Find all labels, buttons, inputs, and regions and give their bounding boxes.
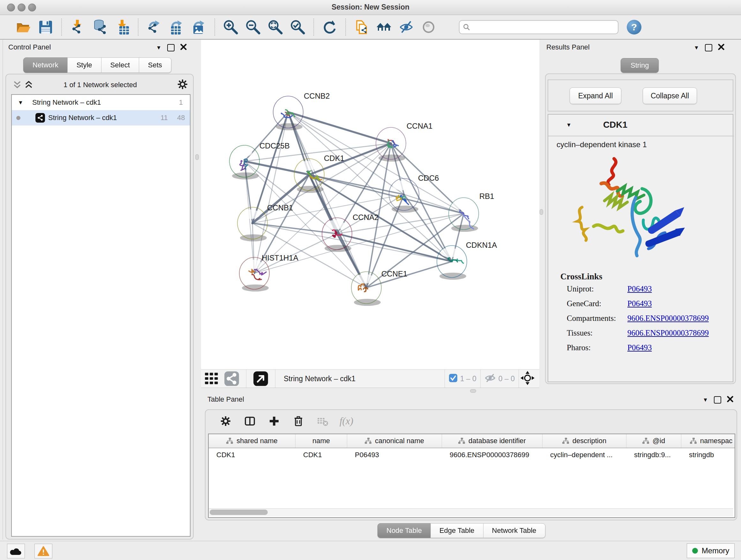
column-header-shared-name[interactable]: shared name [209,434,295,448]
network-options-gear-icon[interactable] [177,79,188,91]
node-table[interactable]: shared namenamecanonical namedatabase id… [208,434,735,518]
export-network-icon[interactable] [145,18,163,36]
tab-node-table[interactable]: Node Table [378,523,431,538]
crosslink-link[interactable]: 9606.ENSP00000378699 [627,314,709,323]
column-header-database-identifier[interactable]: database identifier [442,434,542,448]
network-list: ▼ String Network – cdk1 1 String Network… [11,94,191,537]
zoom-out-icon[interactable] [244,18,262,36]
close-panel-icon[interactable] [180,44,187,51]
memory-button[interactable]: Memory [687,543,735,558]
column-header-namespac[interactable]: namespac [681,434,735,448]
close-results-icon[interactable] [718,44,724,51]
network-row[interactable]: String Network – cdk1 11 48 [12,110,190,125]
table-cell[interactable]: P06493 [347,448,442,462]
table-row[interactable]: CDK1CDK1P064939606.ENSP00000378699cyclin… [209,448,735,462]
node-CDKN1A[interactable] [437,246,467,280]
node-CCNA2[interactable] [322,218,352,252]
hide-selected-icon[interactable] [397,18,415,36]
column-tree-icon [562,438,569,444]
share-view-icon[interactable] [223,370,240,388]
column-header-@id[interactable]: @id [626,434,681,448]
collection-expand-icon[interactable]: ▼ [18,100,23,105]
help-icon[interactable]: ? [627,20,642,35]
close-table-icon[interactable] [727,396,733,403]
horizontal-splitter-handle[interactable] [470,389,476,393]
selected-checkbox-icon[interactable] [449,374,458,384]
warning-button[interactable] [35,544,52,558]
hidden-eye-icon[interactable] [484,373,496,384]
collapse-all-button[interactable]: Collapse All [643,87,697,104]
tab-string[interactable]: String [621,58,659,73]
node-RB1[interactable] [449,198,479,232]
float-results-icon[interactable] [705,44,712,51]
table-box-container: f(x) shared namenamecanonical namedataba… [205,409,737,520]
column-header-canonical-name[interactable]: canonical name [347,434,442,448]
open-session-icon[interactable] [14,18,32,36]
table-cell[interactable]: 9606.ENSP00000378699 [442,448,542,462]
crosslink-link[interactable]: P06493 [627,299,652,308]
left-splitter-handle[interactable] [195,154,199,160]
tab-edge-table[interactable]: Edge Table [430,523,483,538]
import-table-icon[interactable] [113,18,131,36]
export-image-icon[interactable] [190,18,208,36]
save-session-icon[interactable] [37,18,55,36]
string-network-graph[interactable]: CCNB2CCNA1CDC25BCDK1CDC6RB1CCNB1CCNA2CDK… [201,40,539,369]
collapse-panel-icon[interactable]: ▼ [156,45,161,51]
memory-status-dot [692,548,698,554]
show-columns-icon[interactable] [243,414,257,428]
float-table-icon[interactable] [714,396,721,403]
node-gloss [233,147,252,157]
export-view-icon[interactable] [253,370,269,388]
add-column-icon[interactable] [267,414,281,428]
tab-sets[interactable]: Sets [139,57,172,73]
refresh-network-icon[interactable] [321,18,339,36]
node-HIST1H1A[interactable] [239,257,269,292]
node-gloss [243,260,262,269]
search-input[interactable] [473,23,615,32]
network-view-canvas[interactable]: CCNB2CCNA1CDC25BCDK1CDC6RB1CCNB1CCNA2CDK… [201,40,539,369]
crosslink-link[interactable]: P06493 [627,285,652,294]
show-all-icon[interactable] [420,18,437,36]
crosslink-link[interactable]: 9606.ENSP00000378699 [627,328,709,337]
table-cell[interactable]: stringdb [681,448,735,462]
collapse-table-icon[interactable]: ▼ [703,397,708,402]
table-cell[interactable]: cyclin–dependent ... [542,448,626,462]
column-header-name[interactable]: name [295,434,347,448]
table-horizontal-scrollbar[interactable] [209,508,733,516]
birdseye-grid-icon[interactable] [204,370,219,388]
tab-network[interactable]: Network [23,57,68,73]
table-cell[interactable]: CDK1 [209,448,295,462]
search-box[interactable] [459,20,618,34]
node-CDC25B[interactable] [229,145,259,179]
node-CCNB2[interactable] [273,96,303,130]
network-collection-row[interactable]: ▼ String Network – cdk1 1 [12,95,190,110]
float-panel-icon[interactable] [167,44,175,51]
collapse-results-icon[interactable]: ▼ [694,45,699,51]
cloud-button[interactable] [7,544,25,558]
table-scrollbar-thumb[interactable] [210,509,268,515]
zoom-selected-icon[interactable] [289,18,307,36]
node-CCNE1[interactable] [351,272,381,306]
expand-all-button[interactable]: Expand All [569,87,621,104]
table-settings-icon[interactable] [218,414,233,428]
table-cell[interactable]: stringdb:9... [626,448,681,462]
import-network-database-icon[interactable] [91,18,109,36]
tab-network-table[interactable]: Network Table [483,523,545,538]
crosslink-link[interactable]: P06493 [627,343,652,352]
tab-style[interactable]: Style [67,57,102,73]
import-network-icon[interactable] [69,18,86,36]
column-tree-icon [226,438,233,444]
first-neighbors-icon[interactable] [375,18,393,36]
zoom-fit-icon[interactable] [266,18,284,36]
crosshair-icon[interactable] [520,371,535,387]
column-label: shared name [237,437,277,445]
crosslink-label: Tissues: [567,328,627,337]
delete-column-icon[interactable] [291,414,306,428]
table-cell[interactable]: CDK1 [295,448,347,462]
copy-style-icon[interactable] [353,18,370,36]
export-table-icon[interactable] [167,18,185,36]
zoom-in-icon[interactable] [222,18,240,36]
node-label-CCNB2: CCNB2 [304,91,330,100]
column-header-description[interactable]: description [542,434,626,448]
tab-select[interactable]: Select [101,57,139,73]
